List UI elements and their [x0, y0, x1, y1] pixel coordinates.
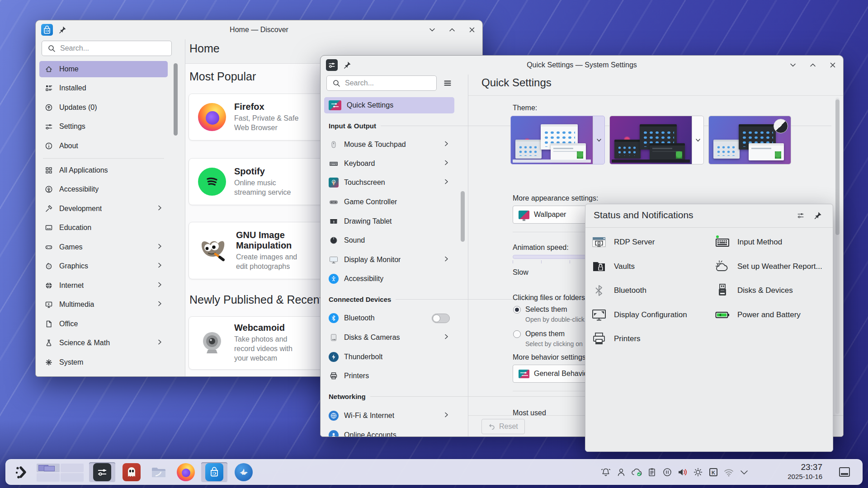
settings-search[interactable]	[326, 75, 437, 91]
pager-desktop-4[interactable]	[61, 473, 84, 482]
media-pause-icon[interactable]	[660, 463, 675, 481]
sidebar-item-home[interactable]: Home	[39, 61, 168, 77]
maximize-button[interactable]	[809, 61, 817, 69]
popup-item-weather[interactable]: Set up Weather Report...	[715, 258, 822, 276]
tray-expand-chevron[interactable]	[736, 463, 752, 481]
settings-scrollbar[interactable]	[835, 99, 840, 235]
settings-sidebar-accessibility[interactable]: Accessibility	[324, 271, 454, 287]
discover-search[interactable]	[42, 41, 172, 56]
sidebar-item-multimedia[interactable]: Multimedia	[39, 296, 168, 313]
task-dolphin[interactable]	[147, 462, 170, 482]
close-button[interactable]	[468, 26, 476, 34]
radio-opens-them[interactable]	[513, 330, 521, 338]
discover-search-input[interactable]	[60, 44, 167, 52]
digital-clock[interactable]: 23:37 2025-10-16	[773, 462, 822, 483]
popup-item-power-battery[interactable]: Power and Battery	[715, 306, 801, 324]
discover-sidebar-scrollbar[interactable]	[174, 63, 178, 136]
usb-disk-icon	[715, 283, 730, 298]
sidebar-item-system[interactable]: System	[39, 354, 168, 371]
settings-sidebar-display-monitor[interactable]: Display & Monitor	[324, 252, 454, 268]
reset-button[interactable]: Reset	[481, 419, 525, 434]
settings-search-input[interactable]	[345, 79, 432, 87]
sidebar-item-science-math[interactable]: Science & Math	[39, 335, 168, 351]
popup-item-display-configuration[interactable]: Display Configuration	[591, 306, 687, 324]
settings-sidebar-online-accounts[interactable]: Online Accounts	[324, 427, 454, 437]
sidebar-item-games[interactable]: Games	[39, 239, 168, 255]
task-ghostwriter[interactable]	[120, 462, 143, 482]
sidebar-item-accessibility[interactable]: Accessibility	[39, 181, 168, 197]
popup-item-vaults[interactable]: Vaults	[591, 258, 635, 276]
bluetooth-toggle[interactable]	[432, 314, 450, 323]
theme-breeze-dark-dropdown[interactable]	[692, 116, 703, 164]
popup-item-bluetooth[interactable]: Bluetooth	[591, 282, 646, 300]
task-system-settings[interactable]	[89, 462, 115, 482]
virtual-desktop-pager[interactable]	[37, 464, 84, 482]
settings-sidebar-disks-cameras[interactable]: Disks & Cameras	[324, 329, 454, 346]
sidebar-item-updates[interactable]: Updates (0)	[39, 99, 168, 116]
configure-icon[interactable]	[797, 211, 805, 220]
sidebar-item-development[interactable]: Development	[39, 201, 168, 217]
sidebar-item-graphics[interactable]: Graphics	[39, 258, 168, 274]
clicking-label: Clicking files or folders	[513, 294, 585, 302]
theme-breeze[interactable]	[510, 116, 605, 164]
sidebar-item-installed[interactable]: Installed	[39, 80, 168, 96]
pager-desktop-2[interactable]	[61, 464, 84, 472]
settings-sidebar-mouse-touchpad[interactable]: Mouse & Touchpad	[324, 136, 454, 153]
keyboard-layout-indicator[interactable]: K	[706, 463, 721, 481]
brightness-icon[interactable]	[690, 463, 706, 481]
radio-selects-them[interactable]	[513, 306, 521, 314]
notifications-icon[interactable]	[598, 463, 613, 481]
theme-breeze-dark-preview	[610, 116, 692, 164]
settings-sidebar-game-controller[interactable]: Game Controller	[324, 194, 454, 210]
theme-breeze-dropdown[interactable]	[593, 116, 604, 164]
popup-item-printers[interactable]: Printers	[591, 330, 641, 348]
sidebar-item-about[interactable]: About	[39, 138, 168, 154]
pin-icon[interactable]	[58, 26, 66, 34]
sidebar-item-office[interactable]: Office	[39, 316, 168, 332]
minimize-button[interactable]	[428, 26, 436, 34]
pin-icon[interactable]	[343, 61, 351, 69]
popup-item-input-method[interactable]: Input Method	[715, 233, 782, 251]
sidebar-item-education[interactable]: Education	[39, 220, 168, 236]
cloud-sync-icon[interactable]	[629, 463, 644, 481]
settings-sidebar-touchscreen[interactable]: Touchscreen	[324, 174, 454, 191]
user-icon[interactable]	[613, 463, 629, 481]
task-firefox[interactable]	[174, 462, 198, 482]
volume-icon[interactable]	[675, 463, 690, 481]
popup-item-rdp-server[interactable]: RDP Server	[591, 233, 655, 251]
pager-desktop-1[interactable]	[37, 464, 60, 472]
minimize-button[interactable]	[789, 61, 797, 69]
wifi-icon[interactable]	[721, 463, 736, 481]
task-falkon[interactable]	[232, 462, 255, 482]
task-discover[interactable]	[201, 462, 227, 482]
settings-sidebar-bluetooth[interactable]: Bluetooth	[324, 310, 454, 326]
close-button[interactable]	[829, 61, 837, 69]
sidebar-item-all-applications[interactable]: All Applications	[39, 162, 168, 178]
system-settings-app-icon	[326, 59, 338, 71]
settings-sidebar-thunderbolt[interactable]: Thunderbolt	[324, 349, 454, 365]
chevron-right-icon	[156, 262, 163, 271]
pager-desktop-3[interactable]	[37, 473, 60, 482]
hamburger-menu-icon[interactable]	[443, 79, 452, 87]
settings-sidebar-quick-settings[interactable]: Quick Settings	[324, 97, 454, 113]
maximize-button[interactable]	[448, 26, 456, 34]
app-launcher-button[interactable]	[12, 463, 31, 482]
pin-icon[interactable]	[814, 211, 822, 220]
settings-titlebar[interactable]: Quick Settings — System Settings	[321, 56, 843, 75]
show-desktop-button[interactable]	[838, 466, 851, 479]
popup-item-disks-devices[interactable]: Disks & Devices	[715, 282, 793, 300]
settings-sidebar-printers[interactable]: Printers	[324, 368, 454, 384]
discover-titlebar[interactable]: Home — Discover	[36, 20, 482, 39]
sidebar-item-settings[interactable]: Settings	[39, 118, 168, 135]
settings-sidebar-scrollbar[interactable]	[461, 191, 465, 242]
settings-sidebar-sound[interactable]: Sound	[324, 232, 454, 249]
battery-icon	[715, 307, 730, 323]
clipboard-icon[interactable]	[644, 463, 660, 481]
settings-sidebar-wifi-internet[interactable]: Wi-Fi & Internet	[324, 408, 454, 424]
settings-sidebar-keyboard[interactable]: Keyboard	[324, 155, 454, 172]
settings-sidebar-drawing-tablet[interactable]: Drawing Tablet	[324, 213, 454, 230]
theme-automatic[interactable]	[708, 116, 791, 164]
sidebar-item-internet[interactable]: Internet	[39, 277, 168, 294]
theme-breeze-dark[interactable]	[609, 116, 704, 164]
monitor-play-icon	[44, 300, 54, 310]
